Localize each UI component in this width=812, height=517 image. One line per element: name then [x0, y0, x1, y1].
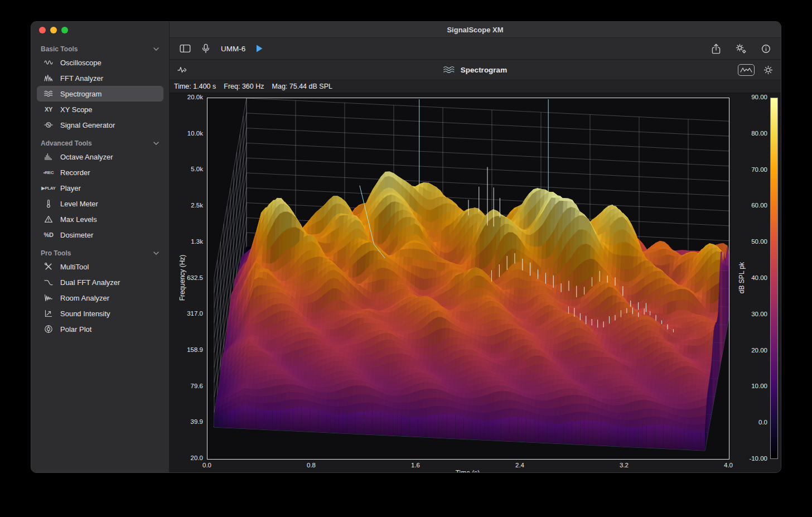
colorbar-tick-label: 80.00	[744, 130, 767, 137]
section-header-advanced-tools[interactable]: Advanced Tools	[31, 137, 169, 149]
view-toolbar: Spectrogram	[170, 60, 781, 80]
sidebar-item-label: Dual FFT Analyzer	[60, 278, 120, 287]
readout-time: Time: 1.400 s	[174, 83, 216, 90]
section-header-pro-tools[interactable]: Pro Tools	[31, 247, 169, 259]
colorbar-tick-label: 90.00	[744, 94, 767, 100]
view-title-group: Spectrogram	[443, 65, 507, 74]
info-icon	[761, 44, 771, 54]
chevron-down-icon[interactable]	[153, 142, 159, 145]
close-window-button[interactable]	[39, 27, 46, 33]
sidebar-item-polar-plot[interactable]: Polar Plot	[37, 321, 163, 337]
main-panel: SignalScope XM UMM-6	[170, 22, 781, 472]
titlebar[interactable]: SignalScope XM	[170, 22, 781, 38]
colorbar-tick-label: 60.00	[744, 202, 767, 209]
sidebar-item-fft-analyzer[interactable]: FFT Analyzer	[37, 70, 163, 86]
readout-mag: Mag: 75.44 dB SPL	[272, 83, 332, 90]
share-button[interactable]	[711, 44, 721, 54]
max-levels-icon	[41, 215, 56, 224]
sidebar-item-label: Oscilloscope	[60, 59, 102, 67]
app-window: Basic ToolsOscilloscopeFFT AnalyzerSpect…	[31, 21, 781, 473]
sidebar-toggle-button[interactable]	[180, 44, 191, 54]
dosimeter-icon: %D	[41, 231, 56, 238]
sidebar-item-octave-analyzer[interactable]: Octave Analyzer	[37, 149, 163, 165]
plot-style-button[interactable]	[738, 64, 755, 76]
info-button[interactable]	[761, 44, 771, 54]
microphone-icon	[201, 44, 211, 54]
sidebar-item-label: Octave Analyzer	[60, 153, 113, 161]
xy-scope-icon: XY	[41, 106, 56, 113]
view-settings-button[interactable]	[763, 65, 773, 75]
input-device-button[interactable]	[201, 44, 211, 54]
section-header-basic-tools[interactable]: Basic Tools	[31, 43, 169, 55]
device-name: UMM-6	[221, 45, 245, 53]
sidebar-item-room-analyzer[interactable]: Room Analyzer	[37, 290, 163, 306]
x-tick-label: 3.2	[614, 462, 634, 468]
y-tick-label: 1.3k	[177, 238, 203, 245]
colorbar-tick-label: 0.0	[744, 419, 767, 426]
colorbar-tick-label: 50.00	[744, 238, 767, 245]
y-tick-label: 158.9	[177, 346, 203, 353]
spectrogram-icon	[41, 89, 56, 98]
y-tick-label: 632.5	[177, 274, 203, 281]
sidebar-item-dual-fft-analyzer[interactable]: Dual FFT Analyzer	[37, 274, 163, 290]
settings-gears-button[interactable]	[736, 44, 747, 54]
x-tick-label: 2.4	[510, 462, 530, 468]
colorbar-tick-label: 10.00	[744, 383, 767, 389]
chevron-down-icon[interactable]	[153, 252, 159, 255]
sidebar-item-label: Sound Intensity	[60, 310, 110, 318]
y-tick-label: 2.5k	[177, 202, 203, 209]
cursor-readout-bar: Time: 1.400 s Freq: 360 Hz Mag: 75.44 dB…	[170, 80, 781, 93]
sidebar-item-level-meter[interactable]: Level Meter	[37, 196, 163, 211]
sound-intensity-icon	[41, 309, 56, 318]
spectrogram-canvas[interactable]	[207, 98, 729, 459]
octave-analyzer-icon	[41, 152, 56, 161]
sidebar: Basic ToolsOscilloscopeFFT AnalyzerSpect…	[31, 22, 170, 472]
colorbar-tick-label: 70.00	[744, 166, 767, 173]
window-title: SignalScope XM	[447, 26, 503, 34]
sidebar-item-dosimeter[interactable]: %DDosimeter	[37, 227, 163, 243]
sidebar-item-oscilloscope[interactable]: Oscilloscope	[37, 55, 163, 70]
sidebar-item-label: XY Scope	[60, 105, 93, 114]
gear-icon	[763, 65, 773, 75]
sidebar-item-recorder[interactable]: •RECRecorder	[37, 165, 163, 180]
dual-fft-analyzer-icon	[41, 278, 56, 287]
player-icon: ▶PLAY	[41, 186, 56, 191]
sidebar-item-signal-generator[interactable]: Signal Generator	[37, 117, 163, 133]
polar-plot-icon	[41, 325, 56, 334]
signal-flow-button[interactable]	[177, 65, 187, 74]
minimize-window-button[interactable]	[50, 27, 57, 33]
sidebar-item-label: Spectrogram	[60, 90, 102, 98]
zoom-window-button[interactable]	[61, 27, 68, 33]
sidebar-item-max-levels[interactable]: Max Levels	[37, 211, 163, 227]
sidebar-item-spectrogram[interactable]: Spectrogram	[37, 86, 163, 102]
signal-flow-icon	[177, 65, 187, 74]
section-label: Pro Tools	[41, 249, 71, 257]
sidebar-item-xy-scope[interactable]: XYXY Scope	[37, 102, 163, 117]
sidebar-item-player[interactable]: ▶PLAYPlayer	[37, 180, 163, 196]
sidebar-item-label: MultiTool	[60, 263, 89, 271]
sidebar-item-label: Room Analyzer	[60, 294, 109, 302]
colorbar	[770, 98, 778, 459]
sidebar-item-sound-intensity[interactable]: Sound Intensity	[37, 306, 163, 321]
oscilloscope-icon	[41, 58, 56, 67]
y-tick-label: 317.0	[177, 310, 203, 317]
sidebar-item-multitool[interactable]: MultiTool	[37, 259, 163, 274]
gears-icon	[736, 44, 747, 54]
x-axis-title: Time (s)	[207, 469, 728, 473]
main-toolbar: UMM-6	[170, 38, 781, 60]
readout-freq: Freq: 360 Hz	[224, 83, 264, 90]
sidebar-item-label: FFT Analyzer	[60, 74, 103, 83]
play-button[interactable]	[255, 44, 263, 53]
view-toolbar-right-group	[738, 64, 773, 76]
room-analyzer-icon	[41, 293, 56, 302]
chevron-down-icon[interactable]	[153, 47, 159, 51]
sidebar-item-label: Level Meter	[60, 200, 98, 208]
y-tick-label: 5.0k	[177, 166, 203, 172]
sidebar-item-label: Player	[60, 184, 81, 192]
recorder-icon: •REC	[41, 170, 56, 175]
chart-area: Frequency (Hz) Time (s) dB SPL pk 20.0k1…	[170, 93, 781, 472]
y-tick-label: 10.0k	[177, 130, 203, 137]
sidebar-item-label: Max Levels	[60, 215, 97, 224]
sidebar-item-label: Polar Plot	[60, 325, 91, 334]
plot-frame[interactable]	[207, 98, 729, 460]
